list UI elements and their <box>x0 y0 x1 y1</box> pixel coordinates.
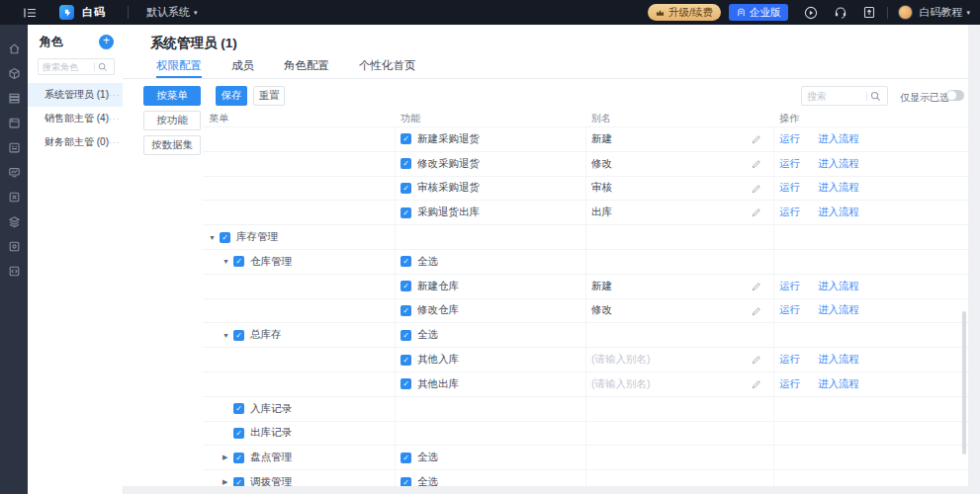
alias-value[interactable]: (请输入别名) <box>591 353 651 367</box>
table-search-input[interactable] <box>807 91 866 102</box>
list-icon[interactable] <box>0 86 28 111</box>
support-headset-icon[interactable] <box>834 6 847 19</box>
edit-alias-icon[interactable] <box>752 282 761 291</box>
checkbox-checked[interactable]: ✓ <box>401 133 411 144</box>
tab-权限配置[interactable]: 权限配置 <box>156 54 202 78</box>
play-circle-icon[interactable] <box>804 6 818 20</box>
expand-arrow-icon[interactable]: ▶ <box>223 453 233 461</box>
checkbox-checked[interactable]: ✓ <box>233 477 244 486</box>
system-switcher[interactable]: 默认系统 ▾ <box>146 5 198 20</box>
alias-value[interactable]: 新建 <box>591 280 612 293</box>
checkbox-checked[interactable]: ✓ <box>401 281 411 291</box>
alias-value[interactable]: 新建 <box>591 132 612 146</box>
report-icon[interactable] <box>0 135 28 160</box>
role-item[interactable]: 销售部主管 (4)··· <box>28 107 123 130</box>
checkbox-checked[interactable]: ✓ <box>401 256 411 267</box>
only-selected-toggle[interactable] <box>946 90 964 101</box>
checkbox-checked[interactable]: ✓ <box>401 207 411 218</box>
checkbox-checked[interactable]: ✓ <box>401 477 411 486</box>
run-link[interactable]: 运行 <box>779 377 800 391</box>
role-search-input[interactable] <box>43 62 94 72</box>
run-link[interactable]: 运行 <box>779 132 800 146</box>
role-item[interactable]: 财务部主管 (0)··· <box>28 130 123 154</box>
checkbox-checked[interactable]: ✓ <box>220 232 230 243</box>
run-link[interactable]: 运行 <box>779 353 800 367</box>
reset-button[interactable]: 重置 <box>253 86 285 106</box>
layers-icon[interactable] <box>0 209 28 234</box>
run-link[interactable]: 运行 <box>779 181 800 195</box>
checkbox-checked[interactable]: ✓ <box>401 330 411 341</box>
edit-alias-icon[interactable] <box>752 306 761 316</box>
collapse-arrow-icon[interactable]: ▼ <box>209 234 220 241</box>
expand-arrow-icon[interactable]: ▶ <box>223 478 233 486</box>
mode-button-按菜单[interactable]: 按菜单 <box>143 86 201 106</box>
search-icon[interactable] <box>98 62 108 72</box>
run-link[interactable]: 运行 <box>779 280 800 293</box>
checkbox-checked[interactable]: ✓ <box>401 305 411 316</box>
user-menu[interactable]: 白码教程 ▾ <box>919 5 970 20</box>
collapse-menu-icon[interactable] <box>24 6 38 20</box>
package-icon[interactable] <box>0 185 28 209</box>
checkbox-checked[interactable]: ✓ <box>401 183 411 194</box>
dashboard-icon[interactable] <box>0 160 28 185</box>
user-avatar[interactable] <box>898 5 913 20</box>
enter-flow-link[interactable]: 进入流程 <box>818 353 859 367</box>
checkbox-checked[interactable]: ✓ <box>233 453 244 463</box>
checkbox-checked[interactable]: ✓ <box>233 403 244 414</box>
role-item[interactable]: 系统管理员 (1)··· <box>28 83 123 107</box>
enter-flow-link[interactable]: 进入流程 <box>818 280 859 293</box>
edit-alias-icon[interactable] <box>752 207 761 217</box>
checkbox-checked[interactable]: ✓ <box>401 158 411 169</box>
enter-flow-link[interactable]: 进入流程 <box>818 206 859 219</box>
tab-个性化首页[interactable]: 个性化首页 <box>359 54 416 78</box>
collapse-arrow-icon[interactable]: ▼ <box>223 258 233 265</box>
checkbox-checked[interactable]: ✓ <box>401 453 411 463</box>
alias-value[interactable]: 修改 <box>591 157 612 171</box>
add-role-button[interactable]: + <box>99 35 114 49</box>
collapse-arrow-icon[interactable]: ▼ <box>223 332 233 339</box>
enterprise-button[interactable]: 企业版 <box>729 4 789 21</box>
checkbox-checked[interactable]: ✓ <box>401 378 411 389</box>
baima-logo-icon[interactable] <box>59 5 74 20</box>
mode-button-按数据集[interactable]: 按数据集 <box>143 135 201 155</box>
alias-value[interactable]: 出库 <box>591 206 612 219</box>
edit-alias-icon[interactable] <box>752 159 761 169</box>
run-link[interactable]: 运行 <box>779 206 800 219</box>
menu-cell <box>203 348 396 371</box>
edit-alias-icon[interactable] <box>752 134 761 144</box>
enter-flow-link[interactable]: 进入流程 <box>818 377 859 391</box>
enter-flow-link[interactable]: 进入流程 <box>818 181 859 195</box>
role-more-button[interactable]: ··· <box>109 90 121 100</box>
checkbox-checked[interactable]: ✓ <box>233 330 244 341</box>
mode-button-按功能[interactable]: 按功能 <box>143 111 201 130</box>
checkbox-checked[interactable]: ✓ <box>233 428 244 439</box>
role-more-button[interactable]: ··· <box>109 114 121 124</box>
edit-alias-icon[interactable] <box>752 184 761 194</box>
run-link[interactable]: 运行 <box>779 157 800 171</box>
checkbox-checked[interactable]: ✓ <box>233 256 244 267</box>
checkbox-checked[interactable]: ✓ <box>401 355 411 366</box>
tab-角色配置[interactable]: 角色配置 <box>284 54 329 78</box>
alias-value[interactable]: (请输入别名) <box>591 377 651 391</box>
tab-成员[interactable]: 成员 <box>231 54 254 78</box>
run-link[interactable]: 运行 <box>779 303 800 317</box>
cube-icon[interactable] <box>0 61 28 86</box>
enter-flow-link[interactable]: 进入流程 <box>818 132 859 146</box>
enter-flow-link[interactable]: 进入流程 <box>818 303 859 317</box>
archive-icon[interactable] <box>0 234 28 259</box>
home-icon[interactable] <box>0 37 28 61</box>
save-button[interactable]: 保存 <box>216 86 247 106</box>
guide-doc-icon[interactable] <box>863 6 875 19</box>
search-icon[interactable] <box>870 91 881 102</box>
code-box-icon[interactable] <box>0 259 28 284</box>
enter-flow-link[interactable]: 进入流程 <box>818 157 859 171</box>
edit-alias-icon[interactable] <box>752 379 761 389</box>
vertical-scrollbar-thumb[interactable] <box>962 311 966 454</box>
alias-value[interactable]: 修改 <box>591 303 612 317</box>
alias-cell: (请输入别名) <box>586 348 774 371</box>
upgrade-renew-button[interactable]: 升级/续费 <box>648 4 721 21</box>
form-icon[interactable] <box>0 111 28 135</box>
edit-alias-icon[interactable] <box>752 355 761 365</box>
role-more-button[interactable]: ··· <box>109 137 121 147</box>
alias-value[interactable]: 审核 <box>591 181 612 195</box>
